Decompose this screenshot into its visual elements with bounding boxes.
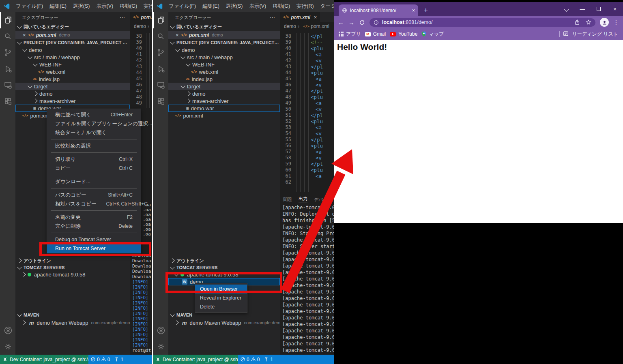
context-menu-item[interactable]: コピーCtrl+C	[47, 164, 141, 173]
remote-explorer-icon[interactable]	[0, 77, 15, 93]
source-control-icon[interactable]	[0, 45, 15, 61]
tree-item-maven-archiver[interactable]: maven-archiver	[168, 97, 280, 105]
forward-button[interactable]: →	[348, 19, 354, 26]
context-menu-item[interactable]: 完全に削除Delete	[47, 222, 141, 231]
tree-item-target[interactable]: target	[168, 83, 280, 90]
explorer-icon[interactable]	[0, 12, 15, 28]
settings-gear-icon[interactable]	[0, 338, 15, 355]
menubar-item[interactable]: ファイル(F)	[13, 0, 46, 12]
menubar-item[interactable]: ターミナル(T)	[317, 0, 334, 12]
project-section-header[interactable]: PROJECT [DEV CONTAINER: JAVA_PROJECT @ S…	[15, 39, 130, 46]
context-menu-item[interactable]: ファイルを開くアプリケーションの選択...	[47, 119, 141, 128]
menubar-item[interactable]: 実行(R)	[293, 0, 317, 12]
open-editor-pomxml[interactable]: × </> pom.xml demo	[15, 31, 130, 39]
menubar-item[interactable]: 実行(R)	[140, 0, 152, 12]
tree-item-index.jsp[interactable]: <>index.jsp	[168, 75, 280, 83]
outline-section-header[interactable]: アウトライン	[168, 257, 280, 264]
extensions-icon[interactable]	[0, 93, 15, 109]
context-menu-item[interactable]: ダウンロード...	[47, 177, 141, 186]
problems-indicator[interactable]: 0 0	[238, 355, 262, 364]
share-icon[interactable]	[574, 19, 580, 25]
tree-item-target[interactable]: target	[15, 83, 130, 90]
info-icon[interactable]	[374, 20, 379, 25]
context-menu-item[interactable]: 名前の変更F2	[47, 213, 141, 222]
panel-tab-output[interactable]: 出力	[299, 196, 307, 203]
menubar-item[interactable]: 選択(S)	[70, 0, 93, 12]
tab-close-icon[interactable]: ×	[412, 8, 415, 13]
settings-gear-icon[interactable]	[153, 338, 168, 355]
open-editors-header[interactable]: 開いているエディター	[15, 23, 130, 31]
ports-indicator[interactable]: 1	[262, 355, 275, 364]
maximize-button[interactable]	[591, 6, 607, 12]
tree-item-index.jsp[interactable]: <>index.jsp	[15, 75, 130, 83]
browser-tab[interactable]: localhost:8081/demo/ ×	[339, 4, 418, 16]
tree-item-web.xml[interactable]: </>web.xml	[15, 68, 130, 75]
explorer-icon[interactable]	[153, 12, 168, 28]
menubar-item[interactable]: 移動(G)	[269, 0, 293, 12]
run-debug-icon[interactable]	[0, 61, 15, 77]
context-menu-item[interactable]: 横に並べて開くCtrl+Enter	[47, 110, 141, 119]
extensions-icon[interactable]	[153, 93, 168, 109]
menubar-item[interactable]: 移動(G)	[116, 0, 140, 12]
close-window-button[interactable]: ×	[607, 6, 623, 12]
search-icon[interactable]	[153, 28, 168, 45]
more-actions-icon[interactable]: ⋯	[120, 12, 125, 23]
minimize-button[interactable]: —	[574, 6, 591, 12]
maven-project-item[interactable]: m demo Maven Webapp com.example:demo	[168, 319, 280, 327]
address-bar[interactable]: localhost:8081/demo/	[370, 18, 595, 27]
breadcrumb[interactable]: demo›</>pom.xml	[280, 22, 334, 30]
window-menu-button[interactable]	[558, 6, 574, 12]
browser-menu-icon[interactable]: ⋮	[613, 19, 619, 26]
back-button[interactable]: ←	[338, 19, 344, 26]
tree-item-src-main-webapp[interactable]: src / main / webapp	[168, 54, 280, 61]
context-menu-item[interactable]: 相対パスをコピーCtrl+K Ctrl+Shift+C	[47, 199, 141, 208]
run-debug-icon[interactable]	[153, 61, 168, 77]
editor-tab-pomxml[interactable]: </>pom.x	[130, 12, 152, 22]
context-menu-item[interactable]: 切り取りCtrl+X	[47, 155, 141, 164]
close-icon[interactable]: ×	[23, 32, 26, 38]
menubar-item[interactable]: ファイル(F)	[165, 0, 199, 12]
tree-item-demo[interactable]: demo	[168, 46, 280, 54]
tree-item-web-inf[interactable]: WEB-INF	[15, 61, 130, 68]
account-icon[interactable]	[153, 322, 168, 338]
account-icon[interactable]	[0, 322, 15, 338]
menubar-item[interactable]: 編集(E)	[199, 0, 223, 12]
tree-item-demo[interactable]: demo	[168, 90, 280, 97]
tree-item-web.xml[interactable]: </>web.xml	[168, 68, 280, 75]
open-editor-pomxml[interactable]: × </> pom.xml demo	[168, 31, 280, 39]
tree-item-pom.xml[interactable]: </>pom.xml	[168, 112, 280, 119]
context-menu-item[interactable]: Delete	[195, 302, 247, 311]
tomcat-servers-header[interactable]: TOMCAT SERVERS	[168, 264, 280, 271]
panel-tab-problems[interactable]: 問題	[283, 197, 292, 203]
reload-button[interactable]	[359, 19, 365, 26]
bookmark--[interactable]: マップ	[421, 31, 444, 38]
remote-indicator[interactable]: Dev Container: java_project @ ssh://192.…	[153, 355, 238, 364]
reading-list-label[interactable]: リーディング リスト	[572, 31, 618, 38]
panel-tab-debug-console[interactable]: デバッグ コンソール	[314, 197, 334, 203]
context-menu-item[interactable]: Reveal in Explorer	[195, 293, 247, 302]
context-menu-item[interactable]: 比較対象の選択	[47, 141, 141, 150]
code-editor[interactable]: 38</pl39<!--40<plu41<a42<v43</pl44<plu45…	[280, 30, 334, 185]
remote-indicator[interactable]: Dev Container: java_project @ ssh://192.…	[0, 355, 88, 364]
problems-indicator[interactable]: 0 0	[88, 355, 112, 364]
bookmark-youtube[interactable]: YouTube	[390, 31, 417, 37]
maven-project-item[interactable]: m demo Maven Webapp com.example:demo	[15, 319, 130, 327]
tomcat-servers-header[interactable]: TOMCAT SERVERS	[15, 264, 130, 271]
menubar-item[interactable]: 表示(V)	[246, 0, 269, 12]
tree-item-web-inf[interactable]: WEB-INF	[168, 61, 280, 68]
bookmark-gmail[interactable]: MGmail	[365, 31, 386, 37]
open-editors-header[interactable]: 開いているエディター	[168, 23, 280, 31]
more-actions-icon[interactable]: ⋯	[270, 12, 275, 23]
tree-item-maven-archiver[interactable]: maven-archiver	[15, 97, 130, 105]
close-icon[interactable]: ×	[176, 32, 179, 38]
editor-tab-pomxml[interactable]: </>pom.xml×	[280, 12, 320, 22]
tree-item-demo[interactable]: demo	[15, 90, 130, 97]
profile-avatar[interactable]	[600, 18, 609, 27]
bookmark-star-icon[interactable]	[586, 19, 591, 25]
search-icon[interactable]	[0, 28, 15, 45]
new-tab-button[interactable]: +	[424, 4, 428, 16]
maven-section-header[interactable]: MAVEN	[15, 311, 130, 319]
ports-indicator[interactable]: 1	[112, 355, 125, 364]
tree-item-src-main-webapp[interactable]: src / main / webapp	[15, 54, 130, 61]
tomcat-server-item[interactable]: apache-tomcat-9.0.58	[15, 271, 130, 278]
